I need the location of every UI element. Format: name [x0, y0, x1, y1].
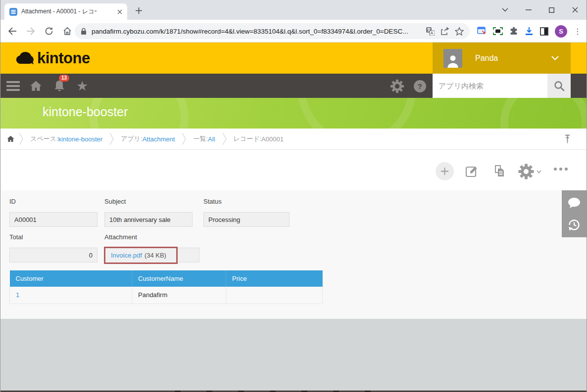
app-search-input[interactable]: [433, 74, 547, 98]
kintone-logo[interactable]: kintone: [15, 43, 90, 74]
edit-record-button[interactable]: [464, 164, 479, 178]
pin-icon[interactable]: [564, 134, 571, 144]
breadcrumb-separator-icon: [222, 132, 227, 145]
window-titlebar: Attachment - A00001 - レコードの: [0, 0, 587, 20]
user-chevron-down-icon: [551, 56, 559, 60]
breadcrumb-record: レコード: A00001: [234, 134, 284, 143]
tab-title: Attachment - A00001 - レコードの: [21, 7, 97, 16]
forward-icon[interactable]: [25, 25, 37, 37]
browser-toolbar: pandafirm.cybozu.com/k/1871/show#record=…: [0, 20, 587, 43]
record-settings-button[interactable]: [518, 164, 541, 179]
share-icon[interactable]: [440, 27, 449, 35]
url-text[interactable]: pandafirm.cybozu.com/k/1871/show#record=…: [92, 28, 420, 35]
tab-close-icon[interactable]: [117, 9, 122, 14]
help-icon[interactable]: ?: [412, 79, 427, 93]
breadcrumb-app[interactable]: アプリ: Attachment: [121, 134, 175, 143]
tab-search-icon[interactable]: [493, 0, 517, 20]
banner-decoration: [297, 98, 416, 129]
side-panel: [562, 190, 587, 237]
field-value-total: 0: [9, 248, 98, 262]
attachment-field: Invoice.pdf (34 KB): [104, 248, 199, 262]
ext-contrast-icon[interactable]: [540, 27, 548, 36]
profile-avatar[interactable]: S: [555, 25, 567, 38]
user-menu[interactable]: Panda: [433, 43, 571, 74]
space-banner: kintone-booster: [0, 98, 587, 129]
breadcrumb-separator-icon: [19, 132, 23, 145]
close-button[interactable]: [563, 0, 587, 20]
breadcrumb-space[interactable]: スペース: kintone-booster: [30, 134, 102, 143]
back-icon[interactable]: [6, 25, 18, 37]
more-options-button[interactable]: [554, 168, 568, 171]
breadcrumb-view[interactable]: 一覧: All: [193, 134, 215, 143]
bookmark-star-icon[interactable]: [455, 27, 464, 36]
notifications-bell-icon[interactable]: 13: [52, 79, 67, 93]
menu-hamburger-icon[interactable]: [6, 81, 20, 91]
add-record-button[interactable]: [436, 162, 454, 180]
field-value-status: Processing: [203, 212, 290, 227]
attachment-file-link[interactable]: Invoice.pdf: [111, 252, 142, 259]
breadcrumb-home-icon[interactable]: [6, 135, 15, 143]
kintone-header: kintone Panda: [0, 43, 587, 74]
tab-favicon: [9, 8, 17, 16]
field-label-id: ID: [9, 198, 16, 205]
duplicate-record-button[interactable]: [491, 164, 506, 178]
lock-icon: [81, 28, 87, 35]
minimize-button[interactable]: [517, 0, 540, 20]
new-tab-button[interactable]: [132, 5, 145, 16]
reload-icon[interactable]: [43, 25, 55, 37]
chrome-menu-icon[interactable]: ⋮: [574, 27, 582, 36]
banner-decoration: [500, 98, 587, 129]
comments-icon[interactable]: [562, 196, 587, 210]
field-label-total: Total: [9, 233, 23, 241]
extensions-puzzle-icon[interactable]: [509, 27, 518, 36]
subtable-header-row: Customer CustomerName Price: [10, 270, 323, 287]
field-label-attachment: Attachment: [104, 233, 137, 241]
search-icon: [553, 80, 565, 92]
subtable-header-price: Price: [226, 270, 323, 287]
kintone-logo-text: kintone: [37, 49, 90, 67]
browser-home-icon[interactable]: [61, 25, 73, 37]
browser-window: Attachment - A00001 - レコードの: [0, 0, 587, 392]
favorites-star-icon[interactable]: ★: [75, 79, 90, 93]
subtable-row: 1 Pandafirm: [10, 287, 323, 304]
kintone-toolbar: 13 ★ ?: [0, 74, 587, 98]
browser-tab[interactable]: Attachment - A00001 - レコードの: [4, 3, 127, 20]
subtable-cell-customername: Pandafirm: [132, 287, 226, 304]
subtable: Customer CustomerName Price 1 Pandafirm: [9, 270, 323, 304]
portal-home-icon[interactable]: [28, 79, 43, 93]
subtable-header-customername: CustomerName: [132, 270, 226, 287]
address-bar[interactable]: pandafirm.cybozu.com/k/1871/show#record=…: [75, 23, 470, 39]
field-label-status: Status: [203, 198, 222, 205]
breadcrumb-separator-icon: [109, 132, 114, 145]
extensions-row: S ⋮: [477, 23, 582, 39]
settings-gear-icon[interactable]: [390, 79, 404, 93]
ext-screenshot-icon[interactable]: [493, 27, 503, 35]
record-detail: ID Subject Status A00001 10th anniversar…: [0, 190, 587, 319]
maximize-button[interactable]: [540, 0, 563, 20]
window-controls: [493, 0, 587, 20]
translate-icon[interactable]: [426, 27, 435, 36]
user-name: Panda: [475, 54, 498, 63]
subtable-header-customer: Customer: [10, 270, 132, 287]
settings-chevron-down-icon: [537, 170, 541, 174]
notification-badge: 13: [59, 75, 69, 82]
page-background: [0, 319, 587, 391]
record-toolbar: [0, 150, 587, 190]
help-glyph: ?: [414, 80, 426, 92]
subtable-cell-price: [226, 287, 323, 304]
breadcrumb: スペース: kintone-booster アプリ: Attachment 一覧…: [0, 129, 587, 150]
breadcrumb-separator-icon: [182, 132, 186, 145]
attachment-highlight-box: Invoice.pdf (34 KB): [104, 247, 178, 264]
download-icon[interactable]: [525, 27, 534, 36]
field-value-subject: 10th anniversary sale: [104, 212, 193, 227]
field-value-id: A00001: [9, 212, 98, 227]
attachment-file-size: (34 KB): [145, 252, 166, 259]
search-button[interactable]: [547, 74, 571, 98]
user-avatar-icon: [443, 49, 462, 68]
subtable-cell-customer[interactable]: 1: [10, 287, 132, 304]
field-label-subject: Subject: [104, 198, 126, 205]
kintone-cloud-icon: [15, 50, 35, 66]
history-icon[interactable]: [562, 218, 587, 232]
space-title[interactable]: kintone-booster: [43, 105, 128, 119]
ext-window-icon[interactable]: [477, 27, 487, 36]
